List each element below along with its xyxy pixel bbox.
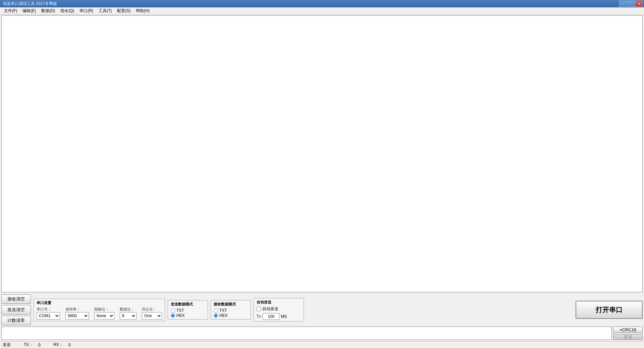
databits-select[interactable]: 5 6 7 8 xyxy=(120,312,137,320)
tx-hex-radio[interactable] xyxy=(171,313,175,318)
stopbits-field-group: 停止位： One Two xyxy=(142,307,162,320)
receive-textarea[interactable] xyxy=(2,16,642,292)
stopbits-label: 停止位： xyxy=(142,307,162,312)
title-bar-controls: — □ ✕ xyxy=(619,1,643,7)
tx-hex-option[interactable]: HEX xyxy=(171,313,205,318)
tx-mode-title: 发送数据模式 xyxy=(171,302,205,307)
timer-prefix: T= xyxy=(257,314,261,319)
serial-settings-title: 串口设置 xyxy=(37,300,162,305)
timer-input[interactable] xyxy=(263,313,279,320)
clear-count-button[interactable]: 计数清零 xyxy=(1,316,31,325)
menu-edit[interactable]: 编辑(E) xyxy=(20,7,39,14)
tx-sep xyxy=(16,343,18,347)
title-bar: 深蓝串口调试工具 2017冬季版 — □ ✕ xyxy=(0,0,644,7)
rx-txt-label: TXT xyxy=(219,308,227,313)
receive-area[interactable] xyxy=(1,15,643,292)
serial-settings: 串口设置 串口号： COM1 COM2 COM3 COM4 波特率： 1200 … xyxy=(34,299,165,321)
rx-radio-group: TXT HEX xyxy=(214,308,248,318)
open-serial-button[interactable]: 打开串口 xyxy=(576,301,643,319)
clear-receive-button[interactable]: 接收清空 xyxy=(1,294,31,304)
tx-txt-option[interactable]: TXT xyxy=(171,308,205,313)
title-bar-title: 深蓝串口调试工具 2017冬季版 xyxy=(1,1,619,7)
menu-file[interactable]: 文件(F) xyxy=(1,7,20,14)
status-bar: 发送 TX： 0 RX： 0 xyxy=(0,341,644,348)
auto-send-checkbox-label[interactable]: 自动发送 xyxy=(257,306,301,312)
stopbits-select[interactable]: One Two xyxy=(142,312,162,320)
tx-txt-radio[interactable] xyxy=(171,308,175,313)
serial-settings-fields: 串口号： COM1 COM2 COM3 COM4 波特率： 1200 2400 … xyxy=(37,307,162,320)
tx-hex-label: HEX xyxy=(176,313,185,318)
rx-txt-option[interactable]: TXT xyxy=(214,308,248,313)
auto-send-checkbox[interactable] xyxy=(257,307,261,311)
menu-config[interactable]: 配置(S) xyxy=(114,7,133,14)
tx-mode-section: 发送数据模式 TXT HEX xyxy=(168,300,208,320)
parity-field-group: 校验位： None Even Odd xyxy=(94,307,114,320)
menu-command[interactable]: 指令(Q) xyxy=(58,7,77,14)
tx-radio-group: TXT HEX xyxy=(171,308,205,318)
minimize-button[interactable]: — xyxy=(619,1,627,7)
rx-hex-option[interactable]: HEX xyxy=(214,313,248,318)
send-button[interactable]: 发送 xyxy=(613,334,643,340)
auto-send-section: 自动发送 自动发送 T= MS xyxy=(254,298,304,322)
timer-unit: MS xyxy=(281,314,287,319)
parity-label: 校验位： xyxy=(94,307,114,312)
menu-bar: 文件(F) 编辑(E) 数据(D) 指令(Q) 串口(R) 工具(T) 配置(S… xyxy=(0,7,644,15)
rx-mode-title: 接收数据模式 xyxy=(214,302,248,307)
tx-label: 发送 xyxy=(3,342,11,348)
baud-field-group: 波特率： 1200 2400 4800 9600 19200 38400 576… xyxy=(65,307,89,320)
menu-data[interactable]: 数据(D) xyxy=(39,7,58,14)
send-btn-wrapper: +CRC16 发送 xyxy=(613,327,643,340)
databits-label: 数据位： xyxy=(120,307,137,312)
action-buttons: 接收清空 发送清空 计数清零 xyxy=(1,294,31,325)
crc16-button[interactable]: +CRC16 xyxy=(613,327,643,333)
baud-select[interactable]: 1200 2400 4800 9600 19200 38400 57600 11… xyxy=(65,312,89,320)
close-button[interactable]: ✕ xyxy=(635,1,643,7)
port-field-group: 串口号： COM1 COM2 COM3 COM4 xyxy=(37,307,60,320)
rx-hex-radio[interactable] xyxy=(214,313,218,318)
tx-count-value: 0 xyxy=(38,343,41,347)
rx-status-key: RX： xyxy=(53,342,63,348)
menu-serial[interactable]: 串口(R) xyxy=(77,7,96,14)
rx-sep xyxy=(46,343,48,347)
rx-mode-section: 接收数据模式 TXT HEX xyxy=(211,300,251,320)
baud-label: 波特率： xyxy=(65,307,89,312)
rx-hex-label: HEX xyxy=(219,313,228,318)
clear-send-button[interactable]: 发送清空 xyxy=(1,305,31,314)
auto-send-label: 自动发送 xyxy=(262,306,278,312)
send-textarea-wrapper[interactable] xyxy=(1,327,612,340)
rx-txt-radio[interactable] xyxy=(214,308,218,313)
bottom-send-area: +CRC16 发送 xyxy=(0,327,644,341)
tx-txt-label: TXT xyxy=(176,308,184,313)
maximize-button[interactable]: □ xyxy=(627,1,635,7)
tx-status-key: TX： xyxy=(24,342,33,348)
bottom-controls: 接收清空 发送清空 计数清零 串口设置 串口号： COM1 COM2 COM3 … xyxy=(0,293,644,327)
parity-select[interactable]: None Even Odd xyxy=(94,312,114,320)
send-textarea[interactable] xyxy=(2,327,611,340)
menu-tools[interactable]: 工具(T) xyxy=(96,7,114,14)
port-label: 串口号： xyxy=(37,307,60,312)
databits-field-group: 数据位： 5 6 7 8 xyxy=(120,307,137,320)
auto-send-title: 自动发送 xyxy=(257,300,301,305)
rx-count-value: 0 xyxy=(68,343,71,347)
menu-help[interactable]: 帮助(H) xyxy=(133,7,152,14)
timer-row: T= MS xyxy=(257,313,301,320)
port-select[interactable]: COM1 COM2 COM3 COM4 xyxy=(37,312,60,320)
main-area xyxy=(0,15,644,293)
